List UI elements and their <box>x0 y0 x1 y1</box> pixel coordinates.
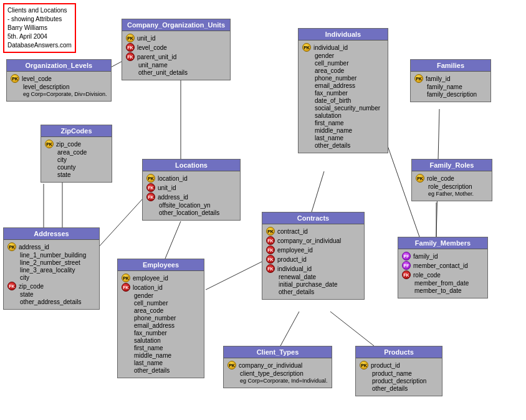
entity-title-products: Products <box>356 346 442 358</box>
entity-body-family-roles: PKrole_code role_description eg Father, … <box>412 171 492 201</box>
field-area-code-zip: area_code <box>45 149 108 156</box>
entity-zipcodes: ZipCodes PKzip_code area_code city count… <box>41 125 112 183</box>
field-family-desc: family_description <box>414 91 487 98</box>
info-line4: 5th. April 2004 <box>7 32 72 41</box>
field-unit-id: PKunit_id <box>126 34 226 42</box>
entity-employees: Employees PKemployee_id FKlocation_id ge… <box>117 259 204 378</box>
field-individual-id: PKindividual_id <box>302 43 384 52</box>
entity-client-types: Client_Types PKcompany_or_individual cli… <box>223 346 332 388</box>
field-other-unit-details: other_unit_details <box>126 69 226 76</box>
field-gender: gender <box>302 52 384 59</box>
field-area-emp: area_code <box>122 307 200 314</box>
field-offsite: offsite_location_yn <box>146 202 236 209</box>
field-level-desc: level_description <box>11 84 107 90</box>
entity-title-contracts: Contracts <box>262 212 364 224</box>
entity-company-org: Company_Organization_Units PKunit_id FKl… <box>122 19 231 80</box>
field-family-name: family_name <box>414 84 487 90</box>
entity-body-contracts: PKcontract_id FKcompany_or_individual FK… <box>262 224 364 299</box>
field-product-id: PKproduct_id <box>360 361 438 370</box>
field-state-addr: state <box>7 291 95 298</box>
field-other-loc-details: other_location_details <box>146 209 236 216</box>
entity-body-company-org: PKunit_id FKlevel_code FKparent_unit_id … <box>122 31 230 80</box>
field-email-address: email_address <box>302 82 384 89</box>
field-line1: line_1_number_building <box>7 252 95 259</box>
field-fax-emp: fax_number <box>122 330 200 336</box>
field-cell-number: cell_number <box>302 60 384 67</box>
entity-families: Families PKfamily_id family_name family_… <box>410 59 491 102</box>
svg-line-4 <box>165 221 181 259</box>
field-member-to: member_to_date <box>402 287 484 294</box>
entity-title-addresses: Addresses <box>4 228 99 240</box>
field-family-id-pf: PFfamily_id <box>402 252 484 260</box>
field-unit-name: unit_name <box>126 62 226 69</box>
field-location-id: PKlocation_id <box>146 174 236 183</box>
field-gender-emp: gender <box>122 292 200 299</box>
field-level-code-fk: FKlevel_code <box>126 43 226 52</box>
field-address-id: PKaddress_id <box>7 242 95 251</box>
field-email-emp: email_address <box>122 322 200 329</box>
field-address-id-fk: FKaddress_id <box>146 193 236 201</box>
info-line5: DatabaseAnswers.com <box>7 41 72 50</box>
entity-title-company-org: Company_Organization_Units <box>122 19 230 31</box>
field-city-addr: city <box>7 274 95 281</box>
field-family-id: PKfamily_id <box>414 74 487 83</box>
field-renewal-date: renewal_date <box>266 274 360 280</box>
entity-body-families: PKfamily_id family_name family_descripti… <box>411 72 490 102</box>
entity-family-roles: Family_Roles PKrole_code role_descriptio… <box>411 159 492 201</box>
field-salut-emp: salutation <box>122 337 200 344</box>
field-ssn: social_security_number <box>302 105 384 112</box>
field-zip-code-fk: FKzip_code <box>7 282 95 290</box>
field-product-name: product_name <box>360 370 438 377</box>
entity-body-family-members: PFfamily_id PFmember_contact_id FKrole_c… <box>398 249 487 298</box>
field-product-id-fk: FKproduct_id <box>266 255 360 264</box>
field-parent-unit-id: FKparent_unit_id <box>126 52 226 61</box>
field-member-from: member_from_date <box>402 280 484 287</box>
field-city-zip: city <box>45 156 108 163</box>
entity-locations: Locations PKlocation_id FKunit_id FKaddr… <box>142 159 241 221</box>
field-initial-purchase: initial_purchase_date <box>266 281 360 288</box>
entity-contracts: Contracts PKcontract_id FKcompany_or_ind… <box>262 212 365 300</box>
entity-body-client-types: PKcompany_or_individual client_type_desc… <box>224 358 332 388</box>
field-client-type-desc: client_type_description <box>227 370 328 377</box>
field-last-emp: last_name <box>122 360 200 366</box>
entity-body-addresses: PKaddress_id line_1_number_building line… <box>4 240 99 309</box>
field-zip-code: PKzip_code <box>45 140 108 148</box>
field-state-zip: state <box>45 171 108 178</box>
entity-title-employees: Employees <box>118 259 204 271</box>
field-other-emp: other_details <box>122 367 200 374</box>
field-contract-id: PKcontract_id <box>266 227 360 236</box>
field-unit-id-fk: FKunit_id <box>146 183 236 192</box>
field-salutation: salutation <box>302 112 384 119</box>
field-fax-number: fax_number <box>302 90 384 97</box>
entity-organization-levels: Organization_Levels PKlevel_code level_d… <box>6 59 112 102</box>
info-line3: Barry Williams <box>7 24 72 32</box>
field-other-contracts: other_details <box>266 289 360 295</box>
entity-title-family-roles: Family_Roles <box>412 160 492 171</box>
info-box: Clients and Locations - showing Attribut… <box>3 3 76 53</box>
entity-body-products: PKproduct_id product_name product_descri… <box>356 358 442 396</box>
entity-body-individuals: PKindividual_id gender cell_number area_… <box>299 41 388 153</box>
field-location-id-fk: FKlocation_id <box>122 283 200 292</box>
entity-individuals: Individuals PKindividual_id gender cell_… <box>298 28 388 153</box>
field-other-details-ind: other_details <box>302 142 384 149</box>
entity-title-locations: Locations <box>143 160 240 171</box>
pk-badge: PK <box>11 74 19 83</box>
entity-products: Products PKproduct_id product_name produ… <box>355 346 442 396</box>
svg-line-7 <box>280 312 299 346</box>
entity-body-org-levels: PKlevel_code level_description eg Corp=C… <box>7 72 111 101</box>
entity-title-family-members: Family_Members <box>398 237 487 249</box>
field-level-code: PKlevel_code <box>11 74 107 83</box>
entity-body-employees: PKemployee_id FKlocation_id gender cell_… <box>118 271 204 378</box>
field-level-eg: eg Corp=Corporate, Div=Division. <box>11 91 107 97</box>
field-last-name: last_name <box>302 135 384 141</box>
svg-line-6 <box>312 171 324 212</box>
field-role-desc: role_description <box>416 183 488 190</box>
entity-title-zipcodes: ZipCodes <box>41 125 112 137</box>
field-product-desc: product_description <box>360 378 438 384</box>
field-client-type-eg: eg Corp=Corporate, Ind=Individual. <box>227 378 328 384</box>
field-middle-emp: middle_name <box>122 352 200 359</box>
entity-title-client-types: Client_Types <box>224 346 332 358</box>
field-county: county <box>45 164 108 171</box>
entity-title-families: Families <box>411 60 490 72</box>
field-role-eg: eg Father, Mother. <box>416 191 488 197</box>
